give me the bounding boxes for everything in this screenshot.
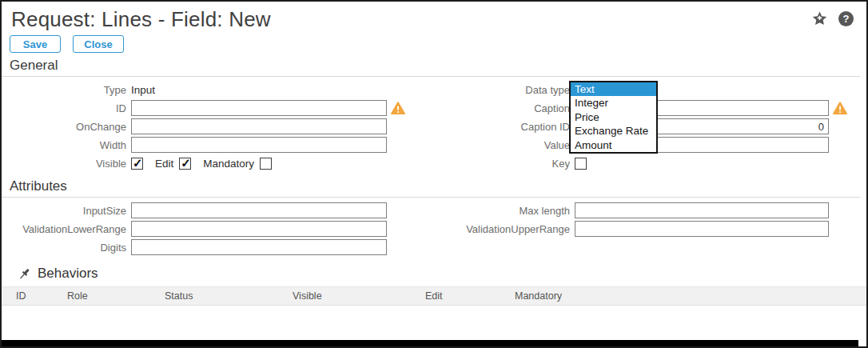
key-label: Key xyxy=(442,158,570,170)
close-button[interactable]: Close xyxy=(73,35,124,53)
data-type-option[interactable]: Amount xyxy=(571,138,656,152)
max-length-row: Max length xyxy=(442,202,866,218)
column-header-visible: Visible xyxy=(293,290,425,302)
validation-upper-range-label: ValidationUpperRange xyxy=(442,223,570,235)
inputsize-input[interactable] xyxy=(131,202,387,218)
digits-label: Digits xyxy=(6,242,126,254)
type-row: Type Input xyxy=(6,82,442,98)
mandatory-label: Mandatory xyxy=(203,158,254,170)
help-icon[interactable]: ? xyxy=(838,11,854,26)
attributes-right-column: Max length ValidationUpperRange xyxy=(442,202,866,258)
column-header-mandatory: Mandatory xyxy=(515,290,866,302)
data-type-label: Data type xyxy=(442,84,570,96)
general-form: Type Input ID OnChange Width xyxy=(2,77,866,174)
width-label: Width xyxy=(6,139,126,151)
page-title: Request: Lines - Field: New xyxy=(11,6,857,33)
column-header-role: Role xyxy=(67,290,165,302)
edit-checkbox[interactable] xyxy=(179,158,191,170)
validation-upper-range-row: ValidationUpperRange xyxy=(442,221,866,237)
column-header-id: ID xyxy=(2,290,67,302)
pin-icon[interactable] xyxy=(18,267,30,281)
save-button[interactable]: Save xyxy=(10,35,61,53)
data-type-option[interactable]: Integer xyxy=(571,96,656,110)
validation-lower-range-row: ValidationLowerRange xyxy=(6,221,442,237)
max-length-input[interactable] xyxy=(575,202,829,218)
value-label: Value xyxy=(442,139,570,151)
validation-lower-range-input[interactable] xyxy=(131,221,387,237)
data-type-option[interactable]: Exchange Rate xyxy=(571,124,656,138)
key-checkbox[interactable] xyxy=(575,158,587,170)
width-input[interactable] xyxy=(131,137,387,153)
width-row: Width xyxy=(6,137,442,153)
visible-row: Visible Edit Mandatory xyxy=(6,155,442,171)
data-type-dropdown-list: Text Integer Price Exchange Rate Amount xyxy=(569,81,658,154)
behaviors-header: Behaviors xyxy=(2,262,866,287)
inputsize-row: InputSize xyxy=(6,202,442,218)
attributes-left-column: InputSize ValidationLowerRange Digits xyxy=(6,202,442,258)
type-value: Input xyxy=(131,84,155,96)
mandatory-checkbox[interactable] xyxy=(260,158,272,170)
general-left-column: Type Input ID OnChange Width xyxy=(6,82,442,174)
validation-lower-range-label: ValidationLowerRange xyxy=(6,223,126,235)
type-label: Type xyxy=(6,84,126,96)
help-glyph: ? xyxy=(843,13,850,25)
attributes-form: InputSize ValidationLowerRange Digits Ma… xyxy=(2,198,866,258)
title-icons: ? xyxy=(811,10,854,27)
warning-icon xyxy=(833,102,847,115)
id-label: ID xyxy=(6,102,126,114)
max-length-label: Max length xyxy=(442,205,570,217)
visible-label: Visible xyxy=(6,158,126,170)
caption-id-label: Caption ID xyxy=(442,121,570,133)
behaviors-section-title: Behaviors xyxy=(38,266,98,282)
general-section-title: General xyxy=(2,57,860,77)
toolbar: Save Close xyxy=(10,35,866,53)
onchange-input[interactable] xyxy=(131,118,387,134)
edit-label: Edit xyxy=(155,158,173,170)
validation-upper-range-input[interactable] xyxy=(575,221,829,237)
onchange-label: OnChange xyxy=(6,121,126,133)
favorite-star-plus-icon[interactable] xyxy=(811,10,828,27)
column-header-edit: Edit xyxy=(425,290,515,302)
id-input[interactable] xyxy=(131,100,387,116)
caption-label: Caption xyxy=(442,102,570,114)
window-bottom-edge xyxy=(2,340,858,346)
warning-icon xyxy=(391,102,405,115)
digits-row: Digits xyxy=(6,239,442,255)
onchange-row: OnChange xyxy=(6,118,442,134)
app-window: Request: Lines - Field: New ? Save Close… xyxy=(0,0,868,348)
data-type-option[interactable]: Text xyxy=(571,82,656,96)
inputsize-label: InputSize xyxy=(6,205,126,217)
digits-input[interactable] xyxy=(131,239,387,255)
key-row: Key xyxy=(442,155,866,171)
column-header-status: Status xyxy=(165,290,293,302)
titlebar: Request: Lines - Field: New ? xyxy=(2,2,866,33)
visible-checkbox[interactable] xyxy=(131,158,143,170)
data-type-option[interactable]: Price xyxy=(571,110,656,124)
attributes-section-title: Attributes xyxy=(2,178,860,198)
behaviors-table-header: ID Role Status Visible Edit Mandatory xyxy=(2,287,866,306)
id-row: ID xyxy=(6,100,442,116)
